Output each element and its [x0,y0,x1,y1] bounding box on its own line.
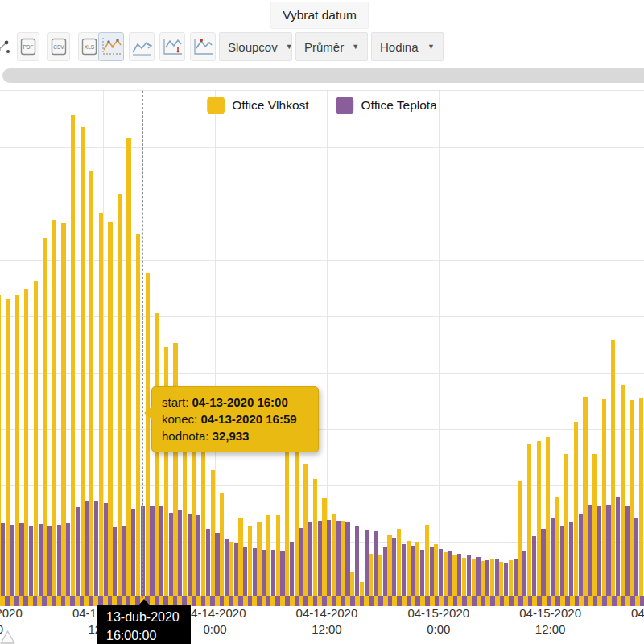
teplota-bar[interactable] [560,526,564,597]
legend-item-vlhkost[interactable]: Office Vlhkost [207,97,308,114]
scatter-icon[interactable] [0,37,10,56]
teplota-bar[interactable] [355,526,359,597]
vlhkost-bar[interactable] [444,552,448,597]
vlhkost-bar[interactable] [452,555,456,597]
vlhkost-bar[interactable] [378,555,382,597]
vlhkost-bar[interactable] [52,220,56,597]
teplota-bar[interactable] [215,533,219,597]
teplota-bar[interactable] [76,507,80,597]
export-xls-button[interactable]: XLS [78,32,101,61]
vlhkost-bar[interactable] [602,399,606,597]
vlhkost-bar[interactable] [499,562,503,597]
teplota-bar[interactable] [383,547,387,597]
vlhkost-bar[interactable] [574,422,578,597]
teplota-bar[interactable] [299,528,303,597]
teplota-bar[interactable] [243,547,247,597]
teplota-bar[interactable] [532,536,536,597]
teplota-bar[interactable] [541,529,545,597]
teplota-bar[interactable] [495,559,499,597]
teplota-bar[interactable] [569,522,573,597]
vlhkost-bar[interactable] [462,558,466,597]
vlhkost-bar[interactable] [630,400,634,597]
teplota-bar[interactable] [579,514,583,597]
teplota-bar[interactable] [345,522,349,597]
teplota-bar[interactable] [196,515,200,597]
teplota-bar[interactable] [430,547,434,597]
vlhkost-bar[interactable] [611,340,615,597]
teplota-bar[interactable] [457,554,461,597]
teplota-bar[interactable] [625,506,629,597]
vlhkost-bar[interactable] [639,398,643,597]
vlhkost-bar[interactable] [43,238,47,597]
vlhkost-bar[interactable] [15,295,19,597]
teplota-bar[interactable] [374,531,378,597]
teplota-bar[interactable] [439,549,443,597]
teplota-bar[interactable] [365,530,369,597]
vlhkost-bar[interactable] [99,213,103,597]
vlhkost-bar[interactable] [434,544,438,597]
vlhkost-bar[interactable] [387,535,391,597]
vlhkost-bar[interactable] [350,572,354,597]
teplota-bar[interactable] [39,524,43,597]
teplota-bar[interactable] [448,551,452,597]
teplota-bar[interactable] [308,522,312,597]
vlhkost-bar[interactable] [173,343,177,597]
teplota-bar[interactable] [411,546,415,597]
vlhkost-bar[interactable] [322,498,326,597]
vlhkost-bar[interactable] [555,497,559,597]
teplota-bar[interactable] [57,525,61,597]
vlhkost-bar[interactable] [80,127,85,597]
teplota-bar[interactable] [10,525,14,597]
vlhkost-bar[interactable] [164,347,168,597]
teplota-bar[interactable] [504,563,508,597]
teplota-bar[interactable] [94,501,98,597]
teplota-bar[interactable] [634,518,638,597]
chart-type-line-min-button[interactable] [159,32,185,61]
vlhkost-bar[interactable] [518,481,522,597]
vlhkost-bar[interactable] [490,559,494,597]
vlhkost-bar[interactable] [146,273,150,597]
vlhkost-bar[interactable] [332,514,336,597]
vlhkost-bar[interactable] [108,222,112,597]
teplota-bar[interactable] [597,506,601,597]
vlhkost-bar[interactable] [24,289,28,597]
teplota-bar[interactable] [318,521,322,597]
chart-type-column-line-button[interactable] [98,32,124,61]
vlhkost-bar[interactable] [313,479,317,597]
teplota-bar[interactable] [476,557,480,597]
vlhkost-bar[interactable] [564,454,568,597]
vlhkost-bar[interactable] [229,542,233,597]
teplota-bar[interactable] [588,505,592,597]
vlhkost-bar[interactable] [266,515,270,597]
vlhkost-bar[interactable] [415,542,419,597]
vlhkost-bar[interactable] [136,234,140,597]
teplota-bar[interactable] [280,551,284,597]
teplota-bar[interactable] [262,550,266,597]
vlhkost-bar[interactable] [118,194,122,597]
teplota-bar[interactable] [336,521,341,597]
vlhkost-bar[interactable] [481,561,485,597]
vlhkost-bar[interactable] [509,560,513,597]
interval-dropdown[interactable]: Hodina ▼ [371,32,444,61]
teplota-bar[interactable] [616,497,620,597]
vlhkost-bar[interactable] [126,138,130,597]
vlhkost-bar[interactable] [257,522,261,597]
horizontal-scrollbar[interactable] [2,68,644,83]
legend-item-teplota[interactable]: Office Teplota [336,97,437,114]
aggregation-dropdown[interactable]: Průměr ▼ [295,32,368,61]
vlhkost-bar[interactable] [407,541,411,597]
teplota-bar[interactable] [169,513,173,597]
vlhkost-bar[interactable] [397,529,401,597]
teplota-bar[interactable] [551,518,555,597]
chart-style-dropdown[interactable]: Sloupcov ▼ [219,32,292,61]
vlhkost-bar[interactable] [621,385,625,597]
teplota-bar[interactable] [131,509,135,597]
teplota-bar[interactable] [19,523,23,597]
range-slider-handle[interactable] [0,629,16,644]
vlhkost-bar[interactable] [341,521,345,597]
select-date-button[interactable]: Vybrat datum [270,2,369,29]
teplota-bar[interactable] [522,551,526,597]
teplota-bar[interactable] [47,526,52,597]
teplota-bar[interactable] [290,542,294,597]
vlhkost-bar[interactable] [472,559,476,597]
